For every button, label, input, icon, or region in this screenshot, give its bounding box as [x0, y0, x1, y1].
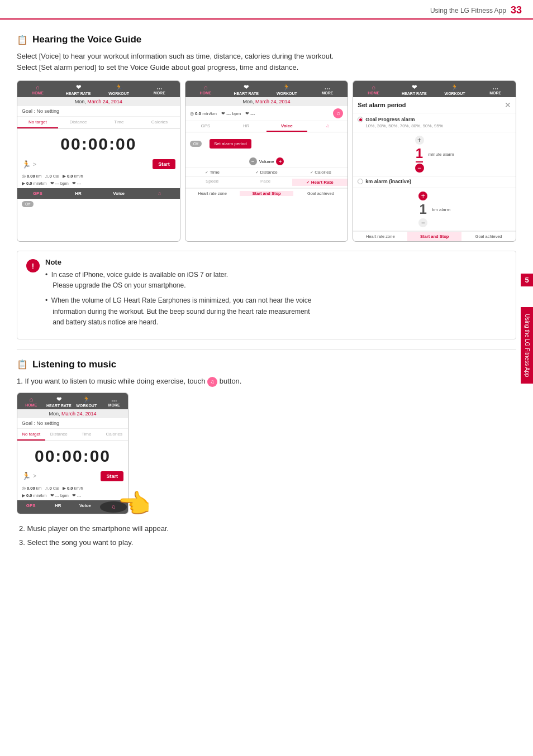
- km-spinner: + 1 − km alarm: [353, 188, 516, 231]
- timer-1: 00:00:00: [17, 129, 180, 157]
- section1-title: Hearing the Voice Guide: [32, 34, 141, 45]
- btab-voice-1[interactable]: Voice: [98, 188, 139, 199]
- radio-goal[interactable]: [358, 117, 363, 122]
- nav-home-2[interactable]: ⌂ HOME: [185, 81, 226, 97]
- btab-speed[interactable]: Speed: [185, 179, 239, 186]
- goal-progress-label: Goal Progress alarm: [365, 117, 415, 122]
- stat-minkm-m: ▶ 0.0 min/km: [22, 493, 47, 498]
- volume-plus-button[interactable]: +: [276, 157, 284, 165]
- document-icon: 📋: [17, 35, 28, 45]
- home-icon: ⌂: [36, 84, 40, 90]
- tab-hr-2[interactable]: HR: [226, 121, 266, 132]
- spinner-down-km[interactable]: −: [418, 218, 427, 227]
- nav-more-3[interactable]: … MORE: [475, 81, 516, 97]
- page-number: 33: [511, 4, 522, 16]
- note-box: ! Note • In case of iPhone, voice guide …: [17, 251, 516, 339]
- tab-calories-m[interactable]: Calories: [101, 429, 129, 441]
- tab-music-2[interactable]: ♫: [307, 121, 348, 132]
- toggle-off-2[interactable]: Off: [190, 141, 202, 147]
- nav-home-3[interactable]: ⌂ HOME: [353, 81, 394, 97]
- toggle-off-1[interactable]: Off: [22, 201, 34, 207]
- tab-voice-2[interactable]: Voice: [266, 121, 307, 132]
- section1-desc: Select [Voice] to hear your workout info…: [17, 51, 516, 73]
- tab-time-m[interactable]: Time: [73, 429, 101, 441]
- stat-km: ◎ 0.00 km: [22, 174, 42, 179]
- tab-time-1[interactable]: Time: [98, 117, 139, 128]
- radio-km[interactable]: [358, 179, 363, 184]
- nav-heartrate-2[interactable]: ❤ HEART RATE: [226, 81, 266, 97]
- spinner-up-km[interactable]: +: [418, 192, 427, 200]
- nav-heartrate[interactable]: ❤ HEART RATE: [58, 81, 99, 97]
- screen3-btab-goalAchieved[interactable]: Goal achieved: [461, 232, 516, 241]
- volume-minus-button[interactable]: −: [249, 157, 257, 165]
- screen3-btab-startStop[interactable]: Start and Stop: [407, 232, 461, 241]
- btab-voice-m[interactable]: Voice: [72, 500, 99, 514]
- toggle-alarm-row: Off Set alarm period: [185, 132, 348, 155]
- spinner-down-minute[interactable]: −: [415, 164, 424, 173]
- btab-gps-m[interactable]: GPS: [17, 500, 45, 514]
- stat-bpm-m: ❤ --- bpm: [50, 493, 69, 498]
- nav-workout-m[interactable]: 🏃 WORKOUT: [73, 393, 101, 409]
- set-alarm-button[interactable]: Set alarm period: [210, 139, 251, 149]
- tab-distance-1[interactable]: Distance: [58, 117, 99, 128]
- nav-more[interactable]: … MORE: [139, 81, 180, 97]
- nav-home[interactable]: ⌂ HOME: [17, 81, 58, 97]
- btab-gps-1[interactable]: GPS: [17, 188, 58, 199]
- nav-workout-3[interactable]: 🏃 WORKOUT: [435, 81, 475, 97]
- goal-row-1: Goal : No setting: [17, 106, 180, 117]
- checked-tabs-2: ✓ Time ✓ Distance ✓ Calories: [185, 168, 348, 177]
- stat-km-m: ◎ 0.00 km: [22, 486, 42, 491]
- btabs-speed-2: Speed Pace ✓ Heart Rate: [185, 177, 348, 188]
- btab-hr-m[interactable]: HR: [45, 500, 72, 514]
- tab-notarget-1[interactable]: No target: [17, 117, 58, 128]
- nav-home-m[interactable]: ⌂ HOME: [17, 393, 45, 409]
- stat-kmh: ▶ 0.0 km/h: [63, 174, 83, 179]
- btab-pace[interactable]: Pace: [239, 179, 292, 186]
- nav-more-m[interactable]: … MORE: [101, 393, 129, 409]
- chevron-icon-1: >: [33, 161, 36, 168]
- screen3-btab-heartzone[interactable]: Heart rate zone: [353, 232, 407, 241]
- stats-row-m2: ▶ 0.0 min/km ❤ --- bpm ❤ ---: [17, 493, 128, 500]
- spinner-up-minute[interactable]: +: [415, 136, 424, 145]
- start-button-1[interactable]: Start: [153, 159, 175, 169]
- home-icon-m: ⌂: [29, 396, 33, 403]
- bnav-heartzone[interactable]: Heart rate zone: [185, 191, 240, 196]
- phone-screen-3: ⌂ HOME ❤ HEART RATE 🏃 WORKOUT … MORE: [353, 80, 516, 242]
- nav-workout[interactable]: 🏃 WORKOUT: [98, 81, 139, 97]
- tabs-row-1: No target Distance Time Calories: [17, 117, 180, 129]
- runner-icon-m: 🏃: [22, 472, 31, 480]
- nav-heartrate-3[interactable]: ❤ HEART RATE: [394, 81, 435, 97]
- btab-music-1[interactable]: ♫: [139, 188, 180, 199]
- music-button-2[interactable]: ♫: [333, 108, 343, 118]
- tab-distance-m[interactable]: Distance: [45, 429, 73, 441]
- tab-gps-2[interactable]: GPS: [185, 121, 226, 132]
- stat-misc-m: ❤ ---: [72, 493, 82, 498]
- ctab-time[interactable]: ✓ Time: [185, 170, 240, 175]
- nav-workout-2[interactable]: 🏃 WORKOUT: [266, 81, 307, 97]
- phone-screen-music: ⌂ HOME ❤ HEART RATE 🏃 WORKOUT … MORE Mon…: [17, 393, 129, 514]
- tab-notarget-m[interactable]: No target: [17, 429, 45, 441]
- section-divider: [17, 350, 516, 350]
- bnav-startStop[interactable]: Start and Stop: [240, 191, 294, 196]
- stat-minkm: ▶ 0.0 min/km: [22, 181, 47, 186]
- btab-heartrate[interactable]: ✓ Heart Rate: [292, 179, 348, 186]
- tab-calories-1[interactable]: Calories: [139, 117, 180, 128]
- btab-hr-1[interactable]: HR: [58, 188, 99, 199]
- stats-row-m: ◎ 0.00 km △ 0 Cal ▶ 0.0 km/h: [17, 484, 128, 493]
- section2-title: Listening to music: [32, 359, 116, 370]
- side-chapter-number: 5: [521, 274, 533, 286]
- ctab-calories[interactable]: ✓ Calories: [293, 170, 348, 175]
- goal-progress-sub: 10%, 30%, 50%, 70%, 80%, 90%, 95%: [365, 123, 511, 128]
- stats-row-1b: ▶ 0.0 min/km ❤ --- bpm ❤ ---: [17, 181, 180, 188]
- nav-more-2[interactable]: … MORE: [307, 81, 348, 97]
- note-bullet-1: • In case of iPhone, voice guide is avai…: [45, 270, 311, 291]
- date-bar-2: Mon, March 24, 2014: [185, 97, 348, 106]
- start-button-m[interactable]: Start: [101, 471, 123, 481]
- bnav-goalAchieved[interactable]: Goal achieved: [293, 191, 348, 196]
- nav-heartrate-m[interactable]: ❤ HEART RATE: [45, 393, 73, 409]
- music-screen-wrap: ⌂ HOME ❤ HEART RATE 🏃 WORKOUT … MORE Mon…: [17, 393, 516, 514]
- close-icon[interactable]: ✕: [505, 101, 511, 109]
- home-icon-2: ⌂: [204, 84, 208, 90]
- nav-bar-2: ⌂ HOME ❤ HEART RATE 🏃 WORKOUT … MORE: [185, 81, 348, 97]
- ctab-distance[interactable]: ✓ Distance: [240, 170, 294, 175]
